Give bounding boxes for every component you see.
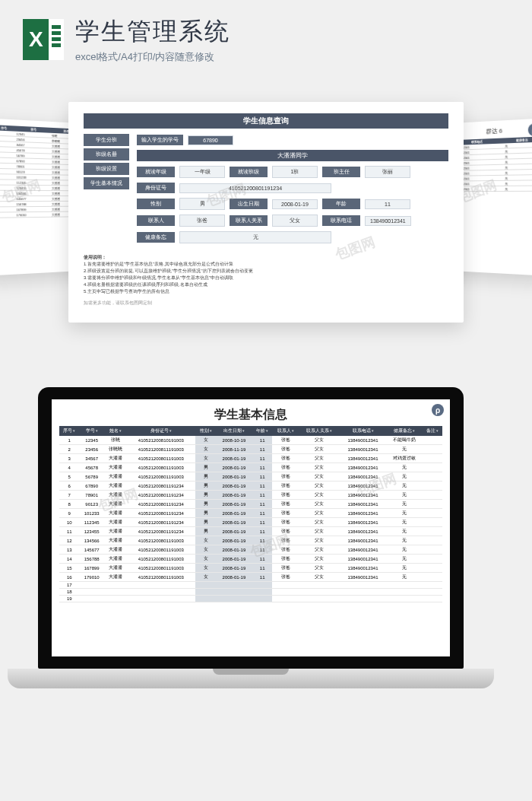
- table-header[interactable]: 备注: [422, 426, 442, 436]
- table-row[interactable]: 778901大潘潘410521200801191234男2008-01-1911…: [59, 491, 442, 500]
- table-row[interactable]: 890123大潘潘410521200801191234男2008-01-1911…: [59, 500, 442, 509]
- id-label: 身份证号: [137, 183, 175, 193]
- table-row[interactable]: 12134566大潘潘410521200801191003女2008-01-19…: [59, 536, 442, 545]
- notes-title: 使用说明：: [84, 254, 448, 261]
- notes-footer: 如需更多功能，请联系包图网定制: [84, 300, 448, 307]
- table-header[interactable]: 年龄: [252, 426, 272, 436]
- student-id-input[interactable]: 67890: [188, 135, 233, 145]
- contact-value: 张爸: [179, 215, 225, 227]
- grade-value: 一年级: [179, 166, 225, 178]
- page-header: X 学生管理系统 excel格式/A4打印/内容随意修改: [0, 0, 532, 68]
- table-row[interactable]: 13145677大潘潘410521200801191003女2008-01-19…: [59, 545, 442, 555]
- main-title: 学生管理系统: [75, 15, 509, 49]
- class-label: 就读班级: [230, 167, 268, 177]
- age-value: 11: [365, 199, 410, 209]
- sidebar-btn-0[interactable]: 学生分班: [84, 134, 129, 146]
- screen-title: 学生基本信息: [59, 407, 442, 423]
- table-row[interactable]: 112345张晓410521200810191003女2008-10-1911张…: [59, 436, 442, 445]
- note-line: 2.班级设置是分班的前提,可以直接维护班级,"学生分班情况"的下控列表就会自动变…: [84, 268, 448, 275]
- excel-icon-letter: X: [29, 27, 43, 52]
- excel-icon: X: [23, 19, 64, 60]
- gender-label: 性别: [137, 199, 175, 209]
- gender-value: 男: [179, 198, 225, 210]
- sidebar-btn-2[interactable]: 班级设置: [84, 163, 129, 175]
- table-header[interactable]: 联系人: [272, 426, 299, 436]
- table-row[interactable]: 14156788大潘潘410521200801191003女2008-01-19…: [59, 555, 442, 564]
- note-line: 4.班级名册根据需要班级的任课班级序列和班级,名单自动生成: [84, 281, 448, 288]
- birth-value: 2008-01-19: [272, 199, 318, 209]
- phone-label: 联系电话: [322, 215, 360, 226]
- teacher-value: 张丽: [365, 166, 410, 178]
- table-row[interactable]: 556789大潘潘410521200801191003男2008-01-1911…: [59, 472, 442, 482]
- query-title: 学生信息查询: [84, 113, 448, 129]
- relation-label: 联系人关系: [230, 215, 268, 226]
- id-value: 410521200801191234: [179, 183, 331, 193]
- table-header[interactable]: 身份证号: [126, 426, 195, 436]
- table-row[interactable]: 10112345大潘潘410521200801191234男2008-01-19…: [59, 518, 442, 527]
- table-row[interactable]: 11123455大潘潘410521200801191234男2008-01-19…: [59, 527, 442, 536]
- birth-label: 出生日期: [230, 199, 268, 209]
- note-line: 3.需要将分班中维护班级和年级情况,学生名单从"学生基本信息"中自动调取: [84, 275, 448, 281]
- preview-center: 学生信息查询 学生分班班级名册班级设置学生基本情况 输入学生的学号 67890 …: [68, 102, 464, 323]
- table-row[interactable]: 445678大潘潘410521200801191003男2008-01-1911…: [59, 463, 442, 472]
- laptop-screen-bezel: ρ 学生基本信息 序号学号姓名身份证号性别出生日期年龄联系人联系人关系联系电话健…: [38, 387, 464, 669]
- table-header[interactable]: 序号: [59, 426, 79, 436]
- preview-stage: 序号学号姓名 112345张晓223456李晓晓334567大潘潘445678大…: [0, 83, 532, 357]
- note-line: 5.主页中写已根据学号查询学生的所有信息: [84, 288, 448, 295]
- sidebar-btn-3[interactable]: 学生基本情况: [84, 177, 129, 189]
- input-label: 输入学生的学号: [137, 135, 183, 145]
- table-row[interactable]: 223456张晓晓410521200811191003女2008-11-1911…: [59, 445, 442, 454]
- table-row[interactable]: 17: [59, 582, 442, 589]
- table-row[interactable]: 9101233大潘潘410521200801191234男2008-01-191…: [59, 509, 442, 518]
- table-header[interactable]: 学号: [79, 426, 103, 436]
- contact-label: 联系人: [137, 215, 175, 226]
- logo-icon: ρ: [432, 404, 444, 416]
- student-data-table: 序号学号姓名身份证号性别出生日期年龄联系人联系人关系联系电话健康备忘备注 112…: [59, 426, 442, 602]
- table-header[interactable]: 联系电话: [340, 426, 387, 436]
- table-header[interactable]: 姓名: [104, 426, 126, 436]
- table-row[interactable]: 18: [59, 589, 442, 596]
- student-name-bar: 大潘潘同学: [137, 150, 448, 161]
- sub-title: excel格式/A4打印/内容随意修改: [75, 50, 509, 64]
- table-header[interactable]: 健康备忘: [386, 426, 422, 436]
- note-line: 1.首先需要维护的是"学生基本信息"表格,其中绿色填充部分是公式自动计算: [84, 261, 448, 268]
- table-row[interactable]: 334567大潘潘410521200801191003女2008-01-1911…: [59, 454, 442, 463]
- phone-value: 138490012341: [365, 216, 411, 226]
- relation-value: 父女: [272, 215, 318, 227]
- table-row[interactable]: 16179010大潘潘410521200801191003女2008-01-19…: [59, 573, 442, 582]
- table-header[interactable]: 性别: [195, 426, 215, 436]
- table-row[interactable]: 19: [59, 596, 442, 602]
- grade-label: 就读年级: [137, 167, 175, 177]
- class-value: 1班: [272, 166, 318, 178]
- age-label: 年龄: [322, 199, 360, 209]
- table-row[interactable]: 15167899大潘潘410521200801191003女2008-01-19…: [59, 564, 442, 573]
- sidebar-btn-1[interactable]: 班级名册: [84, 148, 129, 161]
- laptop-base: [8, 669, 494, 688]
- table-header[interactable]: 联系人关系: [299, 426, 340, 436]
- table-header[interactable]: 出生日期: [216, 426, 252, 436]
- health-label: 健康备忘: [137, 232, 175, 243]
- laptop-mockup: ρ 学生基本信息 序号学号姓名身份证号性别出生日期年龄联系人联系人关系联系电话健…: [0, 380, 532, 745]
- laptop-screen: ρ 学生基本信息 序号学号姓名身份证号性别出生日期年龄联系人联系人关系联系电话健…: [52, 399, 450, 656]
- teacher-label: 班主任: [322, 167, 360, 177]
- health-value: 无: [179, 231, 331, 243]
- table-row[interactable]: 667890大潘潘410521200801191234男2008-01-1911…: [59, 482, 442, 491]
- usage-notes: 使用说明： 1.首先需要维护的是"学生基本信息"表格,其中绿色填充部分是公式自动…: [84, 254, 448, 307]
